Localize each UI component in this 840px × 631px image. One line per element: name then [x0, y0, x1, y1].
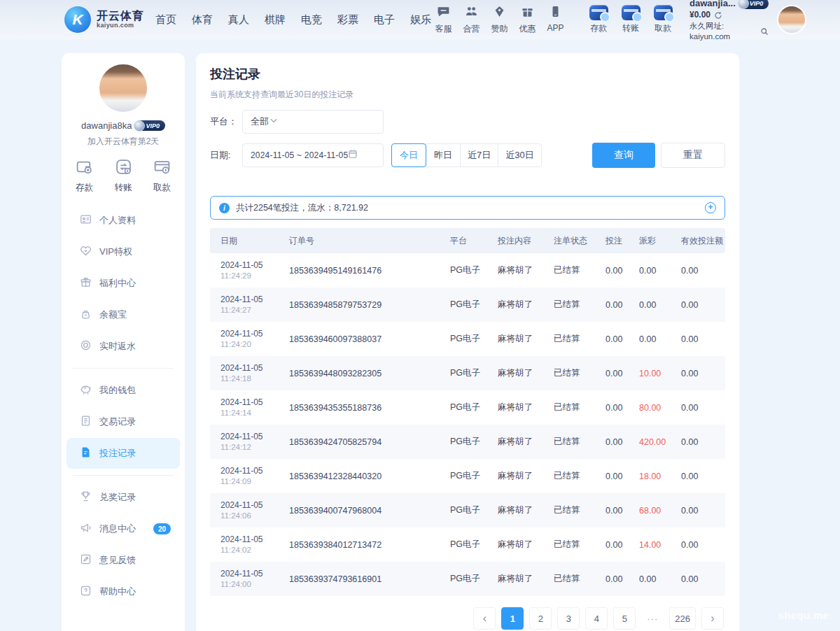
cell-platform: PG电子 — [444, 253, 492, 288]
sidebar-item-prizes[interactable]: 兑奖记录 — [66, 482, 180, 513]
sidebar-transfer-button[interactable]: 转账 — [115, 158, 132, 194]
cell-valid-amount: 0.00 — [676, 322, 725, 356]
page-number-button[interactable]: ··· — [641, 607, 664, 630]
nav-item[interactable]: 首页 — [155, 13, 176, 27]
vip-badge: VIP0 — [739, 0, 769, 9]
table-row[interactable]: 2024-11-05 11:24:12 1853639424705825794 … — [210, 425, 725, 459]
table-row[interactable]: 2024-11-05 11:24:09 1853639412328440320 … — [210, 459, 725, 493]
nav-item[interactable]: 棋牌 — [265, 13, 286, 27]
search-button[interactable]: 查询 — [592, 143, 655, 168]
table-row[interactable]: 2024-11-05 11:24:27 1853639485879753729 … — [210, 288, 725, 322]
sidebar-item-profile[interactable]: 个人资料 — [66, 205, 180, 236]
sidebar-item-messages[interactable]: 消息中心 20 — [66, 513, 180, 544]
platform-select[interactable]: 全部 — [242, 110, 384, 134]
profile-avatar[interactable] — [98, 63, 148, 113]
cell-order-number: 1853639448093282305 — [284, 356, 444, 390]
nav-item[interactable]: 娱乐 — [410, 13, 431, 27]
table-row[interactable]: 2024-11-05 11:24:02 1853639384012713472 … — [210, 527, 725, 562]
cell-platform: PG电子 — [444, 425, 492, 459]
expand-plus-icon[interactable]: + — [705, 202, 716, 213]
transfer-button[interactable]: 转账 — [618, 5, 643, 34]
col-payout: 派彩 — [634, 228, 676, 253]
withdraw-button[interactable]: 取款 — [650, 5, 676, 34]
sidebar-deposit-button[interactable]: 存款 — [76, 158, 93, 194]
cell-status: 已结算 — [548, 459, 600, 493]
sidebar-item-transactions[interactable]: 交易记录 — [66, 406, 180, 437]
bet-records-icon — [80, 446, 92, 461]
deposit-button[interactable]: 存款 — [586, 5, 611, 34]
cell-bet-content: 麻将胡了 — [492, 425, 548, 459]
diamond-icon — [493, 5, 506, 21]
table-row[interactable]: 2024-11-05 11:24:20 1853639460097388037 … — [210, 322, 725, 356]
top-bar: K 开云体育 kaiyun.com 首页 体育 真人 棋牌 电竞 彩票 电子 娱… — [0, 0, 840, 39]
table-row[interactable]: 2024-11-05 11:24:06 1853639400747968004 … — [210, 493, 725, 527]
search-icon[interactable] — [760, 27, 769, 36]
nav-item[interactable]: 体育 — [192, 13, 213, 27]
sidebar-item-vip[interactable]: VIP特权 — [66, 236, 180, 267]
page-number-button[interactable]: 4 — [585, 607, 608, 630]
welfare-gift-icon — [80, 276, 92, 291]
page-number-button[interactable]: 1 — [501, 607, 524, 630]
sidebar-item-wallet[interactable]: 我的钱包 — [66, 375, 180, 406]
page-number-button[interactable]: 3 — [557, 607, 580, 630]
sponsor-button[interactable]: 赞助 — [487, 5, 512, 35]
transfer-arrows-icon — [115, 158, 132, 178]
trophy-icon — [80, 490, 92, 505]
brand-logo-icon: K — [64, 6, 91, 33]
prev-page-button[interactable]: ‹ — [473, 607, 496, 630]
sidebar-item-bets[interactable]: 投注记录 — [66, 438, 180, 469]
quick-range-button[interactable]: 今日 — [391, 143, 426, 167]
deposit-wallet-icon — [76, 158, 93, 178]
sidebar-item-help[interactable]: 帮助中心 — [66, 576, 180, 607]
customer-service-button[interactable]: 客服 — [431, 5, 456, 35]
date-range-input[interactable]: 2024-11-05 ~ 2024-11-05 — [242, 143, 384, 167]
sidebar-withdraw-button[interactable]: 取款 — [153, 158, 171, 194]
promotions-button[interactable]: 优惠 — [515, 5, 540, 35]
main-nav: 首页 体育 真人 棋牌 电竞 彩票 电子 娱乐 — [155, 13, 431, 27]
summary-text: 共计2254笔投注，流水：8,721.92 — [236, 202, 368, 214]
sidebar-menu: 个人资料 VIP特权 福利中心 余额宝 实时返水 我的钱包 交易记录 — [62, 205, 185, 607]
table-row[interactable]: 2024-11-05 11:24:00 1853639374793616901 … — [210, 562, 725, 596]
nav-item[interactable]: 电竞 — [301, 13, 322, 27]
date-filter-row: 日期: 2024-11-05 ~ 2024-11-05 今日 昨日 近7日 近3… — [210, 143, 725, 168]
cell-bet-amount: 0.00 — [600, 562, 634, 596]
megaphone-icon — [80, 522, 92, 537]
sidebar-item-rebate[interactable]: 实时返水 — [66, 331, 180, 362]
nav-item[interactable]: 彩票 — [337, 13, 358, 27]
partner-button[interactable]: 合营 — [459, 5, 484, 35]
sidebar-item-yuebao[interactable]: 余额宝 — [66, 299, 180, 330]
cell-status: 已结算 — [548, 562, 600, 596]
quick-range-button[interactable]: 近30日 — [498, 143, 541, 167]
next-page-button[interactable]: › — [701, 607, 724, 630]
username[interactable]: dawanjia... — [690, 0, 736, 9]
col-valid: 有效投注额 — [676, 228, 725, 253]
page-number-button[interactable]: 5 — [613, 607, 636, 630]
sidebar-item-welfare[interactable]: 福利中心 — [66, 268, 180, 299]
table-header: 日期 订单号 平台 投注内容 注单状态 投注 派彩 有效投注额 — [210, 228, 725, 253]
cell-valid-amount: 0.00 — [676, 493, 725, 527]
join-days-text: 加入开云体育第2天 — [62, 136, 185, 148]
withdraw-card-icon — [153, 158, 171, 178]
quick-range-group: 今日 昨日 近7日 近30日 — [392, 143, 542, 167]
nav-item[interactable]: 真人 — [228, 13, 249, 27]
avatar[interactable] — [777, 5, 806, 34]
table-row[interactable]: 2024-11-05 11:24:29 1853639495149161476 … — [210, 253, 725, 288]
page-number-button[interactable]: 2 — [529, 607, 552, 630]
refresh-balance-icon[interactable] — [714, 11, 722, 20]
cell-order-number: 1853639384012713472 — [284, 527, 444, 562]
table-row[interactable]: 2024-11-05 11:24:18 1853639448093282305 … — [210, 356, 725, 390]
quick-range-button[interactable]: 昨日 — [426, 143, 461, 167]
brand-logo[interactable]: K 开云体育 kaiyun.com — [64, 6, 144, 33]
nav-item[interactable]: 电子 — [374, 13, 395, 27]
menu-divider — [73, 368, 174, 369]
app-download-button[interactable]: APP — [543, 5, 568, 35]
page-number-button[interactable]: 226 — [669, 607, 696, 630]
page-title: 投注记录 — [210, 66, 725, 83]
cell-payout: 0.00 — [634, 253, 676, 288]
quick-range-button[interactable]: 近7日 — [460, 143, 498, 167]
cell-valid-amount: 0.00 — [676, 390, 725, 425]
sidebar-item-feedback[interactable]: 意见反馈 — [66, 545, 180, 576]
reset-button[interactable]: 重置 — [661, 143, 725, 168]
table-row[interactable]: 2024-11-05 11:24:14 1853639435355188736 … — [210, 390, 725, 425]
partners-icon — [465, 5, 478, 21]
